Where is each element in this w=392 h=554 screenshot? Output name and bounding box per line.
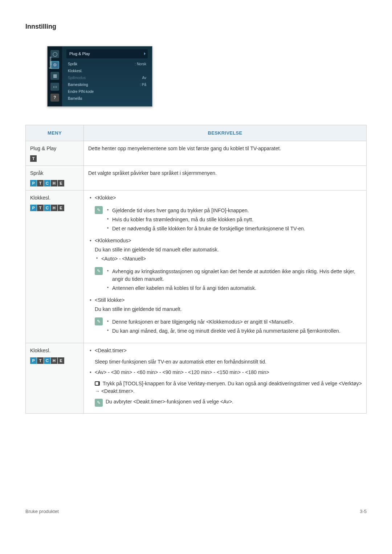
badge-T: T [37, 180, 44, 186]
badge-C: C [44, 180, 50, 186]
badge-T: T [37, 205, 44, 211]
osd-icon-help: ? [50, 94, 59, 102]
osd-icon-4: ▭ [50, 83, 59, 91]
badge-E: E [58, 357, 64, 364]
badge-P: P [30, 357, 37, 364]
desc-cell: Det valgte språket påvirker bare språket… [84, 166, 367, 190]
osd-row: SpillmodusAv [66, 74, 148, 81]
osd-side-label: Innstilling [48, 57, 53, 69]
osd-row: Endre PIN-kode [66, 88, 148, 95]
badge-T: T [37, 357, 44, 364]
badge-H: H [51, 205, 57, 211]
meny-name: Klokkesl. [30, 194, 79, 202]
osd-screenshot: Innstilling ◯ ⚙ ▦ ▭ ? Plug & Play Språk:… [47, 46, 152, 107]
osd-row: Klokkesl. [66, 67, 148, 74]
osd-row: Barnesikring: På [66, 81, 148, 88]
footer-left: Bruke produktet [25, 508, 59, 515]
osd-top-item: Plug & Play [66, 49, 148, 58]
page-footer: Bruke produktet 3-5 [25, 508, 367, 515]
settings-table: MENY BESKRIVELSE Plug & PlayTDette hente… [25, 125, 367, 414]
note-icon: ✎ [95, 206, 103, 214]
badge-T: T [30, 155, 37, 162]
note-icon: ✎ [95, 267, 103, 275]
badge-C: C [44, 205, 50, 211]
note-icon: ✎ [95, 317, 103, 325]
badge-H: H [51, 180, 57, 186]
meny-name: Språk [30, 169, 79, 177]
note-icon: ✎ [95, 399, 103, 407]
tools-icon [95, 381, 100, 386]
badge-E: E [58, 180, 64, 186]
page-title: Innstilling [25, 22, 367, 32]
badge-C: C [44, 357, 50, 364]
th-meny: MENY [26, 125, 84, 141]
badge-P: P [30, 205, 37, 211]
osd-row: Barnelås [66, 95, 148, 102]
desc-cell: <Klokke>✎Gjeldende tid vises hver gang d… [84, 190, 367, 343]
osd-icon-3: ▦ [50, 72, 59, 80]
desc-cell: <Deakt.timer>Sleep timer-funksjonen slår… [84, 343, 367, 414]
footer-right: 3-5 [360, 508, 367, 515]
desc-cell: Dette henter opp menyelementene som ble … [84, 141, 367, 166]
th-desc: BESKRIVELSE [84, 125, 367, 141]
osd-row: Språk: Norsk [66, 61, 148, 67]
meny-name: Plug & Play [30, 145, 79, 152]
badge-E: E [58, 205, 64, 211]
badge-H: H [51, 357, 57, 364]
badge-P: P [30, 180, 37, 186]
meny-name: Klokkesl. [30, 347, 79, 354]
